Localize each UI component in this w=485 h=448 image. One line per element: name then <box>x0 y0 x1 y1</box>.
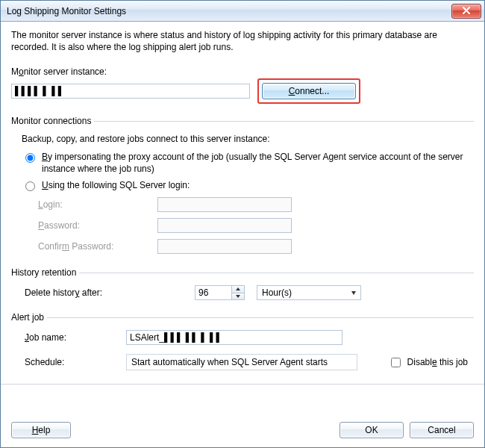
alert-job-legend: Alert job <box>11 312 47 323</box>
button-bar: Help OK Cancel <box>1 414 484 447</box>
dialog-window: Log Shipping Monitor Settings The monito… <box>0 0 485 448</box>
history-unit-combo[interactable]: Hour(s) <box>257 285 361 300</box>
ok-button[interactable]: OK <box>340 422 404 438</box>
schedule-label: Schedule: <box>25 357 126 367</box>
help-button[interactable]: Help <box>11 422 71 438</box>
history-unit-value: Hour(s) <box>262 287 292 298</box>
monitor-connections-legend: Monitor connections <box>11 116 94 126</box>
spinner-down[interactable] <box>232 293 244 300</box>
chevron-down-icon <box>236 295 240 298</box>
history-retention-legend: History retention <box>11 267 79 278</box>
chevron-up-icon <box>236 287 240 290</box>
history-value-input[interactable] <box>195 286 231 299</box>
radio-impersonate[interactable] <box>25 153 35 163</box>
history-spinner[interactable] <box>195 285 245 300</box>
titlebar: Log Shipping Monitor Settings <box>1 1 484 22</box>
window-title: Log Shipping Monitor Settings <box>7 6 451 16</box>
schedule-value: Start automatically when SQL Server Agen… <box>126 354 357 370</box>
chevron-down-icon <box>351 291 356 295</box>
monitor-connections-group: Monitor connections Backup, copy, and re… <box>11 116 474 255</box>
close-icon <box>462 6 471 15</box>
confirm-password-label: Confirm Password: <box>38 241 157 252</box>
history-retention-group: History retention Delete history after: … <box>11 267 474 300</box>
radio-impersonate-label: By impersonating the proxy account of th… <box>42 152 474 175</box>
alert-job-group: Alert job Job name: Schedule: Start auto… <box>11 312 474 370</box>
job-name-input[interactable] <box>126 330 342 345</box>
disable-job-label: Disable this job <box>407 357 468 367</box>
radio-sql-login-label: Using the following SQL Server login: <box>42 180 190 192</box>
spinner-up[interactable] <box>232 286 244 293</box>
close-button[interactable] <box>451 4 481 19</box>
connect-button[interactable]: Connect... <box>262 83 356 99</box>
job-name-label: Job name: <box>25 332 126 343</box>
connect-highlight: Connect... <box>257 78 360 104</box>
monitor-instance-input[interactable] <box>11 84 250 99</box>
intro-text: The monitor server instance is where sta… <box>11 29 474 53</box>
separator <box>1 384 484 385</box>
confirm-password-input <box>157 239 292 254</box>
password-label: Password: <box>38 220 157 231</box>
cancel-button[interactable]: Cancel <box>410 422 474 438</box>
monitor-instance-label: Monitor server instance: <box>11 66 107 77</box>
radio-sql-login[interactable] <box>25 181 35 191</box>
delete-history-label: Delete history after: <box>25 287 187 298</box>
login-input <box>157 197 292 212</box>
disable-job-checkbox[interactable] <box>391 358 401 367</box>
connections-subtext: Backup, copy, and restore jobs connect t… <box>22 134 474 144</box>
login-label: Login: <box>38 199 157 210</box>
dialog-content: The monitor server instance is where sta… <box>1 22 484 414</box>
password-input <box>157 218 292 233</box>
